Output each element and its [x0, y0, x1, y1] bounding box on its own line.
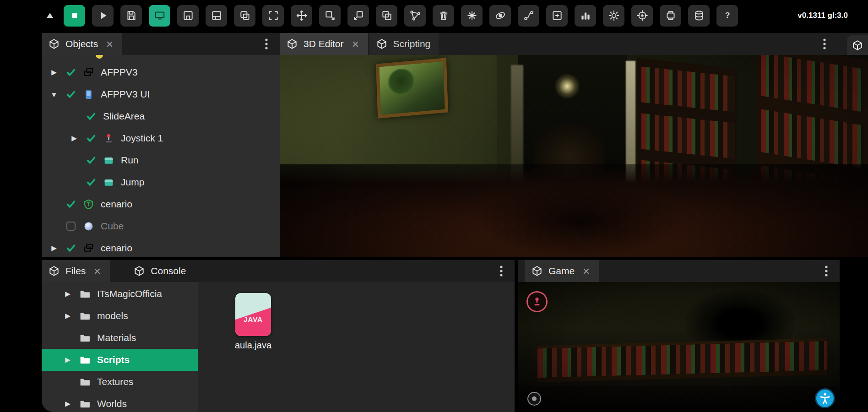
close-icon[interactable] [582, 267, 591, 276]
expand-icon[interactable]: ▶ [49, 68, 59, 76]
object-row[interactable]: Cube [42, 215, 280, 237]
add-panel-button[interactable] [546, 5, 568, 27]
object-row[interactable]: ▶cenario [42, 237, 280, 257]
expand-icon[interactable]: ▶ [63, 400, 73, 408]
object-row[interactable]: cenario [42, 193, 280, 215]
move-tool-button[interactable] [291, 5, 312, 27]
selection-tool-button[interactable] [262, 5, 284, 27]
tab-objects[interactable]: Objects [42, 33, 122, 55]
3d-editor-tab-label: 3D Editor [304, 38, 344, 49]
close-icon[interactable] [105, 40, 114, 49]
close-icon[interactable] [351, 40, 360, 49]
folder-row[interactable]: ▶ITsMagicOfficia [42, 283, 198, 305]
tab-files[interactable]: Files [42, 260, 110, 282]
object-row[interactable]: Jump [42, 171, 280, 193]
version-label: v0.1311 gl:3.0 [797, 11, 848, 20]
object-row[interactable]: ▼AFPPV3 UI [42, 83, 280, 105]
visibility-checkbox[interactable] [86, 177, 97, 188]
effects-button[interactable] [461, 5, 483, 27]
top-row: Objects ▶AFPPV3▼AFPPV3 UISlideArea▶Joyst… [42, 33, 868, 257]
expand-icon[interactable]: ▶ [63, 312, 73, 320]
keybtn-icon [103, 177, 114, 188]
expand-icon[interactable]: ▶ [49, 244, 59, 252]
panel-dock-button[interactable] [206, 5, 227, 27]
object-label: SlideArea [103, 111, 145, 122]
assets-database-button[interactable] [688, 5, 710, 27]
visibility-checkbox[interactable] [86, 155, 97, 166]
settings-button[interactable] [603, 5, 624, 27]
object-row[interactable]: ▶AFPPV3 [42, 61, 280, 83]
3d-viewport[interactable] [280, 55, 868, 257]
collapse-icon[interactable]: ▼ [49, 91, 59, 98]
files-grid[interactable]: JAVA aula.java [198, 282, 515, 412]
expand-icon[interactable]: ▶ [63, 290, 73, 298]
game-viewport[interactable] [518, 282, 840, 412]
tab-scripting[interactable]: Scripting [369, 33, 439, 55]
folder-row[interactable]: ▶Scripts [42, 349, 198, 371]
expand-icon[interactable]: ▶ [69, 134, 79, 142]
help-button[interactable]: ? [716, 5, 738, 27]
bring-forward-button[interactable] [347, 5, 369, 27]
visibility-checkbox[interactable] [65, 243, 76, 254]
screen-capture-button[interactable] [149, 5, 170, 27]
scene-menu-button[interactable] [43, 5, 57, 27]
node-graph-button[interactable] [404, 5, 426, 27]
build-device-button[interactable] [660, 5, 681, 27]
save-button[interactable] [120, 5, 142, 27]
folder-row[interactable]: Textures [42, 371, 198, 393]
statistics-button[interactable] [575, 5, 596, 27]
folder-label: Textures [97, 376, 133, 387]
accessibility-icon[interactable] [815, 388, 835, 408]
thumbstick-button[interactable] [527, 392, 541, 406]
play-button[interactable] [92, 5, 114, 27]
focus-target-button[interactable] [631, 5, 653, 27]
screens-icon [83, 67, 94, 78]
game-panel: Game [518, 260, 840, 412]
stop-button[interactable] [64, 5, 85, 27]
keybtn-icon [103, 155, 114, 166]
folder-row[interactable]: ▶models [42, 305, 198, 327]
package-icon [531, 265, 543, 277]
duplicate-button[interactable] [234, 5, 255, 27]
hidden-tab[interactable] [847, 35, 868, 55]
clipped-object-icon [96, 55, 103, 59]
panel-layout-button[interactable] [177, 5, 199, 27]
object-row[interactable]: ▶Joystick 1 [42, 127, 280, 149]
visibility-checkbox[interactable] [66, 222, 76, 231]
visibility-checkbox[interactable] [65, 89, 76, 100]
joystick-icon [103, 133, 114, 144]
orbit-camera-button[interactable] [489, 5, 511, 27]
kebab-menu-icon[interactable] [261, 38, 271, 50]
editor-panel: 3D Editor Scripting [280, 33, 868, 257]
files-tab-label: Files [65, 266, 86, 276]
visibility-checkbox[interactable] [65, 199, 76, 210]
visibility-checkbox[interactable] [86, 111, 97, 122]
folder-icon [79, 332, 91, 344]
engine-app: ? v0.1311 gl:3.0 Objects ▶AFPPV3▼AFPPV3 … [0, 0, 868, 412]
visibility-checkbox[interactable] [65, 67, 76, 78]
send-backward-button[interactable] [319, 5, 341, 27]
waypoints-button[interactable] [518, 5, 539, 27]
kebab-menu-icon[interactable] [496, 265, 506, 277]
instantiate-button[interactable] [376, 5, 397, 27]
visibility-checkbox[interactable] [86, 133, 97, 144]
files-panel-header: Files Console [42, 260, 515, 282]
java-file-icon: JAVA [235, 293, 271, 336]
expand-icon[interactable]: ▶ [63, 356, 73, 364]
delete-button[interactable] [433, 5, 454, 27]
folder-row[interactable]: Materials [42, 327, 198, 349]
toolbar: ? [43, 5, 738, 27]
tab-3d-editor[interactable]: 3D Editor [280, 33, 368, 55]
file-item[interactable]: JAVA aula.java [228, 293, 278, 351]
folder-label: models [97, 310, 128, 321]
object-row[interactable]: Run [42, 149, 280, 171]
close-icon[interactable] [93, 267, 102, 276]
kebab-menu-icon[interactable] [821, 265, 831, 277]
object-row[interactable]: SlideArea [42, 105, 280, 127]
kebab-menu-icon[interactable] [819, 38, 830, 50]
folder-row[interactable]: ▶Worlds [42, 393, 198, 412]
tab-game[interactable]: Game [525, 260, 599, 282]
screens-icon [83, 243, 94, 254]
joystick-indicator-icon[interactable] [526, 291, 548, 312]
tab-console[interactable]: Console [127, 260, 194, 282]
